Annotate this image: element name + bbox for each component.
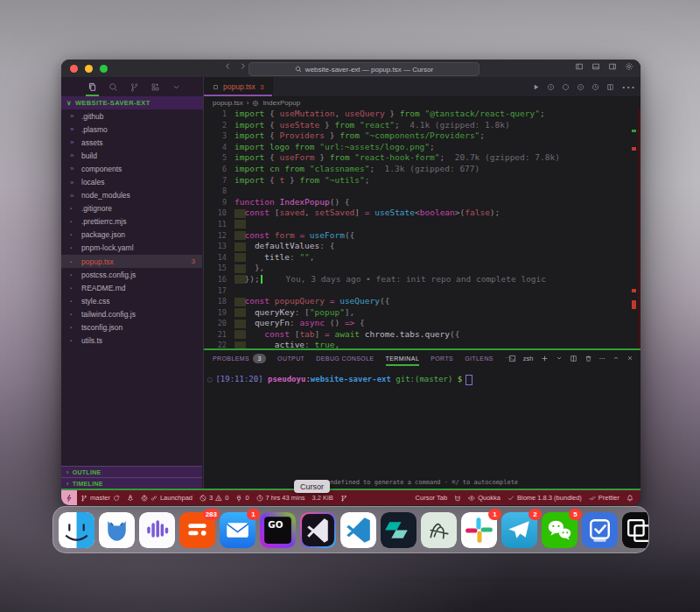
minimize-window-button[interactable]: [85, 65, 93, 73]
tree-item-tsconfig-json[interactable]: ▪tsconfig.json: [61, 321, 202, 334]
breadcrumb-file[interactable]: popup.tsx: [213, 99, 243, 107]
window-title-search[interactable]: website-saver-ext — popup.tsx — Cursor: [248, 62, 480, 76]
timeline-section-header[interactable]: › TIMELINE: [61, 477, 202, 489]
code-line-17[interactable]: 17: [204, 285, 640, 297]
tree-item-node-modules[interactable]: »node_modules: [61, 189, 202, 202]
tree-item-tailwind-config-js[interactable]: ▪tailwind.config.js: [61, 307, 202, 320]
status-item[interactable]: [337, 490, 351, 505]
code-line-5[interactable]: 5import { useForm } from "react-hook-for…: [204, 152, 640, 164]
dock-icon-goland[interactable]: GO: [260, 512, 296, 548]
code-line-3[interactable]: 3import { Providers } from "~components/…: [204, 130, 640, 142]
dock-icon-sketch-notes[interactable]: [421, 512, 457, 548]
panel-tab-problems[interactable]: PROBLEMS3: [213, 350, 266, 366]
next-change-icon[interactable]: [577, 83, 584, 91]
dock-icon-vscode[interactable]: [340, 512, 376, 548]
dock-icon-finder[interactable]: [59, 512, 94, 548]
dock-icon-warp[interactable]: [381, 512, 416, 548]
code-line-15[interactable]: 15 },: [204, 263, 640, 274]
panel-tab-debug-console[interactable]: DEBUG CONSOLE: [316, 350, 374, 366]
tree-item--gitignore[interactable]: ▪.gitignore: [61, 202, 202, 215]
dock-icon-wechat[interactable]: 5: [542, 512, 578, 548]
code-line-20[interactable]: 20 queryFn: async () => {: [204, 318, 640, 329]
terminal[interactable]: ○ [19:11:20] pseudoyu : website-saver-ex…: [204, 366, 640, 489]
dock-icon-cursor[interactable]: [300, 512, 336, 548]
status-item[interactable]: Cursor Tab: [412, 490, 452, 505]
extensions-icon[interactable]: [150, 77, 160, 96]
tree-item-popup-tsx[interactable]: ▪popup.tsx3: [61, 255, 202, 268]
tree-item-components[interactable]: »components: [61, 162, 202, 175]
shell-label[interactable]: zsh: [523, 355, 534, 362]
panel-tab-gitlens[interactable]: GITLENS: [465, 350, 494, 366]
tree-item-postcss-config-js[interactable]: ▪postcss.config.js: [61, 268, 202, 281]
status-item[interactable]: Launchpad: [137, 490, 196, 505]
tree-item-utils-ts[interactable]: ▪utils.ts: [61, 334, 202, 348]
status-item[interactable]: [61, 490, 77, 505]
explorer-icon[interactable]: [88, 77, 97, 96]
breadcrumb-symbol[interactable]: IndexPopup: [262, 99, 300, 107]
dock-icon-slack[interactable]: 1: [461, 512, 497, 548]
status-item[interactable]: Quokka: [465, 490, 504, 505]
close-panel-icon[interactable]: [626, 355, 634, 362]
source-control-icon[interactable]: [130, 77, 139, 96]
run-icon[interactable]: [532, 83, 540, 91]
status-item[interactable]: master: [77, 490, 123, 505]
code-line-18[interactable]: 18 const popupQuery = useQuery({: [204, 296, 640, 307]
maximize-panel-icon[interactable]: [612, 355, 620, 362]
dock-icon-podcast-waveform[interactable]: [139, 512, 175, 548]
dock-icon-fox-reader[interactable]: [99, 512, 135, 548]
prev-change-icon[interactable]: [547, 83, 555, 91]
close-window-button[interactable]: [70, 65, 78, 73]
kill-terminal-icon[interactable]: [584, 355, 592, 362]
code-line-12[interactable]: 12 const form = useForm({: [204, 230, 640, 242]
code-line-13[interactable]: 13 defaultValues: {: [204, 241, 640, 252]
tree-item-readme-md[interactable]: ▪README.md: [61, 281, 202, 294]
code-editor[interactable]: 1import { useMutation, useQuery } from "…: [204, 109, 640, 348]
explorer-root-header[interactable]: ∨ WEBSITE-SAVER-EXT: [61, 96, 203, 109]
panel-tab-ports[interactable]: PORTS: [430, 350, 453, 366]
code-line-22[interactable]: 22 active: true,: [204, 340, 640, 348]
code-line-14[interactable]: 14 title: "",: [204, 252, 640, 264]
tree-item-locales[interactable]: »locales: [61, 175, 202, 188]
code-line-10[interactable]: 10 const [saved, setSaved] = useState<bo…: [204, 208, 640, 219]
code-line-2[interactable]: 2import { useState } from "react"; 4.1k …: [204, 120, 640, 131]
tab-popup-tsx[interactable]: popup.tsx 3: [204, 77, 273, 96]
code-line-9[interactable]: 9function IndexPopup() {: [204, 197, 640, 208]
status-item[interactable]: Biome 1.8.3 (bundled): [504, 490, 585, 505]
panel-tab-terminal[interactable]: TERMINAL: [386, 350, 420, 366]
code-line-19[interactable]: 19 queryKey: ["popup"],: [204, 307, 640, 319]
dock-icon-telegram[interactable]: 2: [501, 512, 537, 548]
tree-item-build[interactable]: »build: [61, 149, 202, 162]
toggle-sidebar-icon[interactable]: [575, 62, 584, 71]
code-line-7[interactable]: 7import { t } from "~utils";: [204, 175, 640, 186]
back-icon[interactable]: [224, 62, 232, 70]
toggle-secondary-sidebar-icon[interactable]: [608, 62, 617, 71]
outline-section-header[interactable]: › OUTLINE: [61, 466, 202, 477]
dock-icon-reeder[interactable]: 283: [179, 512, 215, 548]
code-line-1[interactable]: 1import { useMutation, useQuery } from "…: [204, 109, 640, 120]
panel-tab-output[interactable]: OUTPUT: [277, 350, 304, 366]
more-actions-icon[interactable]: ⋯: [621, 79, 635, 95]
status-item[interactable]: 30: [196, 490, 232, 505]
new-terminal-icon[interactable]: [541, 355, 549, 362]
code-line-11[interactable]: 11: [204, 219, 640, 230]
tree-item--plasmo[interactable]: ».plasmo: [61, 123, 202, 136]
status-item[interactable]: 0: [232, 490, 252, 505]
status-item[interactable]: [451, 490, 465, 505]
breadcrumb[interactable]: popup.tsx › IndexPopup: [204, 97, 640, 109]
tree-item-package-json[interactable]: ▪package.json: [61, 229, 202, 242]
change-dot-icon[interactable]: [562, 83, 570, 91]
zoom-window-button[interactable]: [100, 65, 108, 73]
chevron-down-icon[interactable]: [556, 355, 563, 362]
code-line-8[interactable]: 8: [204, 186, 640, 197]
status-item[interactable]: [123, 490, 137, 505]
split-editor-icon[interactable]: [606, 83, 614, 91]
split-terminal-icon[interactable]: [570, 355, 578, 362]
status-item[interactable]: [623, 490, 637, 505]
chevron-down-icon[interactable]: [172, 77, 181, 96]
tree-item-assets[interactable]: »assets: [61, 136, 202, 149]
toggle-panel-icon[interactable]: [592, 62, 600, 71]
tree-item-style-css[interactable]: ▪style.css: [61, 294, 202, 307]
settings-gear-icon[interactable]: [625, 62, 634, 71]
forward-icon[interactable]: [239, 62, 247, 70]
code-line-4[interactable]: 4import logo from "url:~assets/logo.png"…: [204, 142, 640, 153]
